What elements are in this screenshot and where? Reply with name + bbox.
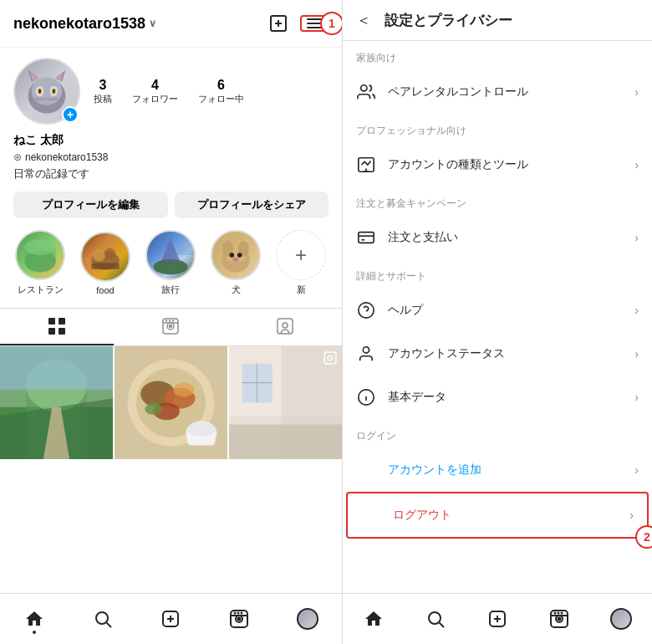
following-label: フォロー中: [198, 93, 244, 105]
nav-home-button[interactable]: [18, 602, 51, 636]
tab-tagged[interactable]: [228, 309, 342, 345]
profile-header: nekonekotaro1538 ∨ 1: [0, 0, 342, 48]
nav-search-button-right[interactable]: [419, 602, 452, 636]
add-account-item[interactable]: アカウントを追加 ›: [343, 448, 652, 492]
svg-point-71: [187, 422, 215, 437]
svg-rect-42: [59, 318, 65, 325]
basic-data-item[interactable]: 基本データ ›: [343, 376, 652, 419]
highlight-food-label: food: [96, 285, 114, 295]
username-display[interactable]: nekonekotaro1538 ∨: [13, 15, 156, 33]
share-profile-button[interactable]: プロフィールをシェア: [175, 192, 329, 218]
highlight-add[interactable]: + 新: [274, 230, 328, 296]
account-status-label: アカウントステータス: [388, 346, 623, 361]
nav-avatar-right: [610, 608, 632, 630]
nav-avatar: [297, 608, 318, 630]
section-support-label: 詳細とサポート: [343, 259, 652, 289]
nav-reels-button[interactable]: [222, 602, 256, 636]
highlight-travel[interactable]: 旅行: [144, 230, 197, 296]
svg-point-13: [38, 89, 41, 94]
right-panel: ＜ 設定とプライバシー 家族向け ペアレンタルコントロール ›: [343, 0, 652, 644]
stat-following[interactable]: 6 フォロー中: [198, 78, 244, 105]
svg-rect-32: [147, 232, 194, 255]
svg-point-99: [359, 303, 374, 318]
svg-rect-52: [278, 319, 293, 334]
svg-point-14: [53, 89, 55, 94]
svg-line-83: [106, 623, 111, 628]
logout-item[interactable]: ログアウト ›: [348, 493, 647, 537]
svg-point-49: [166, 319, 167, 321]
svg-point-38: [230, 253, 235, 258]
add-account-label: アカウントを追加: [388, 463, 623, 478]
logout-highlighted-box: ログアウト › 2: [346, 492, 649, 539]
orders-chevron: ›: [634, 231, 639, 244]
stat-followers[interactable]: 4 フォロワー: [132, 78, 178, 105]
followers-count: 4: [132, 78, 178, 93]
posts-grid: [0, 346, 342, 593]
svg-point-116: [561, 612, 563, 615]
svg-point-39: [237, 253, 242, 258]
parental-control-item[interactable]: ペアレンタルコントロール ›: [343, 70, 652, 114]
nav-create-button-right[interactable]: [481, 602, 514, 636]
svg-point-30: [153, 259, 187, 275]
tab-reels[interactable]: [114, 309, 227, 345]
account-status-icon: [356, 344, 376, 364]
svg-rect-44: [59, 328, 65, 335]
highlight-travel-image: [145, 230, 196, 280]
stat-posts[interactable]: 3 投稿: [94, 78, 112, 105]
stats-row: 3 投稿 4 フォロワー 6 フォロー中: [94, 78, 244, 105]
settings-list: 家族向け ペアレンタルコントロール › プロフェッショナル向け: [343, 41, 652, 593]
avatar-container: +: [13, 58, 80, 125]
account-type-item[interactable]: アカウントの種類とツール ›: [343, 143, 652, 187]
svg-point-93: [241, 612, 243, 615]
basic-data-label: 基本データ: [388, 390, 623, 405]
highlight-restaurant[interactable]: レストラン: [13, 230, 67, 296]
nav-home-button-right[interactable]: [357, 602, 390, 636]
post-1[interactable]: [0, 346, 113, 459]
back-button[interactable]: ＜: [356, 10, 371, 30]
svg-point-114: [554, 612, 557, 615]
highlight-restaurant-label: レストラン: [18, 284, 64, 296]
highlight-food-image: [80, 232, 130, 282]
svg-rect-28: [91, 263, 120, 268]
header-icons: 1: [265, 10, 329, 37]
nav-reels-button-right[interactable]: [542, 602, 576, 636]
highlight-dog-label: 犬: [232, 284, 241, 296]
svg-line-106: [440, 623, 445, 628]
nav-active-dot: [33, 631, 36, 634]
post-3[interactable]: [229, 346, 342, 459]
help-icon: [356, 300, 376, 320]
svg-point-40: [232, 258, 238, 263]
username-text: nekonekotaro1538: [13, 15, 145, 33]
section-family: 家族向け ペアレンタルコントロール ›: [343, 41, 652, 114]
orders-payment-item[interactable]: 注文と支払い ›: [343, 216, 652, 259]
highlight-food[interactable]: food: [79, 232, 132, 295]
highlight-travel-label: 旅行: [161, 284, 180, 296]
highlight-dog[interactable]: 犬: [209, 230, 262, 296]
svg-point-112: [558, 618, 561, 621]
hamburger-menu-button[interactable]: 1: [300, 15, 329, 32]
svg-point-101: [363, 347, 369, 353]
post-2[interactable]: [115, 346, 227, 459]
nav-profile-button[interactable]: [291, 602, 324, 636]
svg-point-68: [145, 403, 162, 416]
handle-text: nekonekotaro1538: [25, 151, 108, 163]
basic-data-chevron: ›: [634, 391, 639, 404]
svg-point-82: [96, 612, 108, 624]
profile-info: + 3 投稿 4 フォロワー 6 フォロー中 ねこ 太郎 ⊛ nekoneko: [0, 48, 342, 181]
add-highlight-button[interactable]: +: [276, 230, 326, 280]
basic-data-icon: [356, 387, 376, 407]
svg-point-115: [558, 612, 560, 615]
profile-tabs: [0, 308, 342, 346]
add-post-button[interactable]: [265, 10, 292, 37]
badge-2: 2: [635, 525, 652, 549]
nav-create-button[interactable]: [154, 602, 187, 636]
edit-profile-button[interactable]: プロフィールを編集: [13, 192, 168, 218]
account-type-chevron: ›: [634, 158, 639, 171]
nav-search-button[interactable]: [86, 602, 120, 636]
account-status-item[interactable]: アカウントステータス ›: [343, 332, 652, 376]
nav-profile-button-right[interactable]: [604, 602, 638, 636]
avatar-plus-button[interactable]: +: [62, 106, 79, 123]
help-item[interactable]: ヘルプ ›: [343, 289, 652, 332]
action-buttons: プロフィールを編集 プロフィールをシェア: [0, 192, 342, 218]
tab-grid[interactable]: [0, 309, 114, 345]
